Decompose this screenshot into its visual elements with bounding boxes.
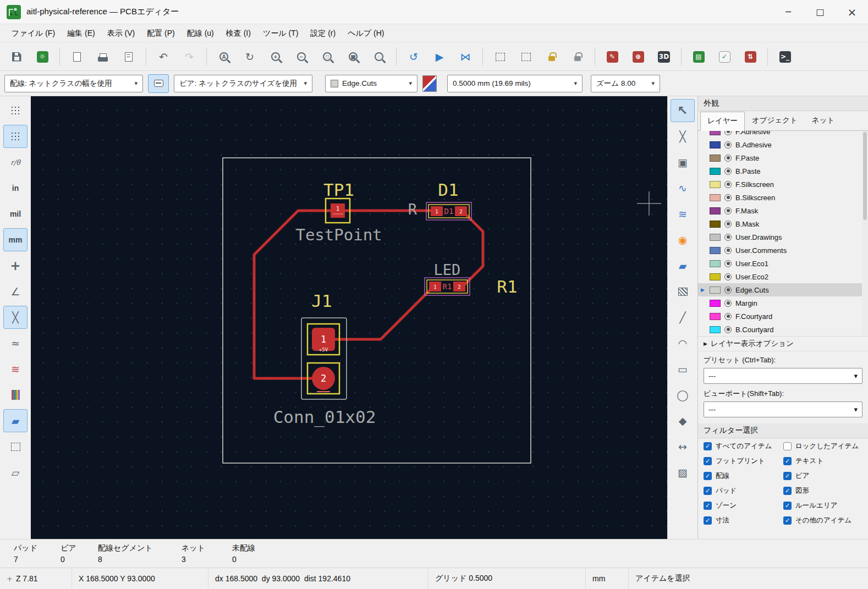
layer-row-f-courtyard[interactable]: F.Courtyard (698, 310, 868, 323)
grid-select[interactable]: 0.5000 mm (19.69 mils) ▾ (447, 75, 583, 92)
grid-style-small-button[interactable] (3, 125, 28, 148)
layer-visibility-icon[interactable] (724, 141, 732, 148)
text-r-value[interactable]: R (408, 201, 417, 218)
menu-edit[interactable]: 編集 (E) (61, 26, 101, 41)
zone-fill-button[interactable]: ▰ (3, 409, 28, 432)
menu-preferences[interactable]: 設定 (r) (304, 26, 342, 41)
zoom-selection-button[interactable]: ◌ (367, 45, 391, 68)
zoom-fit-button[interactable]: □ (315, 45, 339, 68)
checkbox-checked-icon[interactable]: ✓ (783, 472, 792, 480)
layer-color-swatch[interactable] (710, 326, 721, 333)
layer-row-user-eco1[interactable]: User.Eco1 (698, 257, 868, 270)
filter-zones[interactable]: ✓ゾーン (704, 501, 783, 510)
menu-tools[interactable]: ツール (T) (257, 26, 304, 41)
layer-row-edge-cuts[interactable]: ▶Edge.Cuts (698, 283, 868, 296)
layer-color-swatch[interactable] (710, 247, 721, 254)
checkbox-checked-icon[interactable]: ✓ (704, 502, 712, 510)
footprint-editor-button[interactable]: ✎ (600, 45, 624, 68)
layer-visibility-icon[interactable] (724, 194, 732, 201)
active-layer-select[interactable]: Edge.Cuts ▾ (325, 75, 417, 92)
filter-footprints[interactable]: ✓フットプリント (704, 456, 783, 466)
auto-track-width-toggle[interactable] (148, 74, 169, 93)
layer-visibility-icon[interactable] (724, 300, 732, 307)
undo-button[interactable]: ↶ (151, 45, 175, 68)
page-settings-button[interactable] (65, 45, 89, 68)
layer-visibility-icon[interactable] (724, 207, 732, 214)
footprint-d1[interactable]: 1 2 D1 D1 (426, 180, 471, 220)
layer-visibility-icon[interactable] (724, 247, 732, 254)
checkbox-checked-icon[interactable]: ✓ (704, 457, 712, 465)
filter-all-items[interactable]: ✓すべてのアイテム (704, 442, 783, 451)
menu-file[interactable]: ファイル (F) (6, 26, 61, 41)
layer-color-swatch[interactable] (710, 273, 721, 280)
layer-color-swatch[interactable] (710, 234, 721, 241)
layer-visibility-icon[interactable] (724, 234, 732, 241)
layer-display-options[interactable]: ▶ レイヤー表示オプション (698, 337, 868, 351)
draw-circle-button[interactable]: ◯ (671, 383, 695, 406)
layer-visibility-icon[interactable] (724, 287, 732, 294)
menu-inspect[interactable]: 検査 (I) (220, 26, 257, 41)
layer-color-swatch[interactable] (710, 313, 721, 320)
net-colors-button[interactable] (3, 383, 28, 406)
select-tool-button[interactable]: ↖ (671, 99, 695, 122)
hide-ratsnest-button[interactable]: ≋ (3, 357, 28, 381)
dimension-tool-button[interactable]: ↔ (671, 435, 695, 458)
viewer-3d-button[interactable]: 3D (652, 45, 676, 68)
layer-color-swatch[interactable] (710, 155, 721, 162)
draw-polygon-button[interactable]: ◆ (671, 409, 695, 432)
update-pcb-button[interactable]: ⇅ (738, 45, 762, 68)
filter-rule-areas[interactable]: ✓ルールエリア (783, 501, 865, 510)
sketch-mode-button[interactable]: ▱ (3, 461, 28, 484)
layer-visibility-icon[interactable] (724, 313, 732, 320)
layer-row-f-paste[interactable]: F.Paste (698, 151, 868, 164)
zoom-objects-button[interactable]: ▣ (341, 45, 365, 68)
unlock-button[interactable] (565, 45, 590, 68)
layer-color-swatch[interactable] (710, 131, 721, 135)
fabrication-button[interactable]: ▤ (686, 45, 711, 68)
layer-row-f-mask[interactable]: F.Mask (698, 204, 868, 217)
layer-visibility-icon[interactable] (724, 273, 732, 280)
checkbox-checked-icon[interactable]: ✓ (704, 442, 712, 450)
maximize-button[interactable]: □ (804, 0, 836, 24)
footprint-browser-button[interactable]: ⊕ (626, 45, 650, 68)
redo-button[interactable]: ↷ (177, 45, 201, 68)
checkbox-checked-icon[interactable]: ✓ (704, 516, 712, 525)
menu-route[interactable]: 配線 (u) (181, 26, 220, 41)
pcb-canvas[interactable]: 1 TP1 TestPoint 1 2 D1 D1 R (31, 96, 667, 539)
layer-color-swatch[interactable] (710, 194, 721, 201)
units-mil-button[interactable]: mil (3, 202, 28, 225)
layer-row-b-silkscreen[interactable]: B.Silkscreen (698, 191, 868, 204)
board-outline[interactable] (223, 158, 531, 463)
layer-row-f-adhesive[interactable]: F.Adhesive (698, 131, 868, 138)
zone-outline-button[interactable] (3, 435, 28, 458)
layer-visibility-icon[interactable] (724, 181, 732, 188)
checkbox-checked-icon[interactable]: ✓ (783, 502, 792, 510)
menu-view[interactable]: 表示 (V) (101, 26, 141, 41)
polar-coords-button[interactable]: r/θ (3, 151, 28, 174)
preset-select[interactable]: --- ▾ (704, 368, 862, 384)
flip-view-button[interactable]: ↺ (402, 45, 426, 68)
footprint-r1[interactable]: 1 2 R1 LED (425, 261, 470, 295)
layer-color-swatch[interactable] (710, 207, 721, 214)
filter-vias[interactable]: ✓ビア (783, 471, 865, 481)
layer-row-b-mask[interactable]: B.Mask (698, 217, 868, 230)
place-via-button[interactable]: ◉ (671, 228, 695, 251)
viewport-select[interactable]: --- ▾ (704, 401, 862, 417)
layer-pair-swatch[interactable] (422, 75, 437, 92)
plot-button[interactable] (117, 45, 141, 68)
filter-text[interactable]: ✓テキスト (783, 456, 865, 466)
layer-color-swatch[interactable] (710, 260, 721, 267)
draw-zone-button[interactable]: ▰ (671, 254, 695, 277)
close-button[interactable]: × (836, 0, 868, 24)
layer-color-swatch[interactable] (710, 141, 721, 148)
filter-graphics[interactable]: ✓図形 (783, 486, 865, 496)
layer-color-swatch[interactable] (710, 221, 721, 228)
cursor-shape-button[interactable]: + (3, 254, 28, 277)
board-setup-button[interactable]: ☼ (30, 45, 54, 68)
save-button[interactable] (4, 45, 29, 68)
draw-rect-button[interactable]: ▭ (671, 357, 695, 381)
minimize-button[interactable]: ─ (772, 0, 804, 24)
layer-row-b-courtyard[interactable]: B.Courtyard (698, 323, 868, 336)
layer-row-user-comments[interactable]: User.Comments (698, 244, 868, 257)
layer-row-b-paste[interactable]: B.Paste (698, 164, 868, 178)
